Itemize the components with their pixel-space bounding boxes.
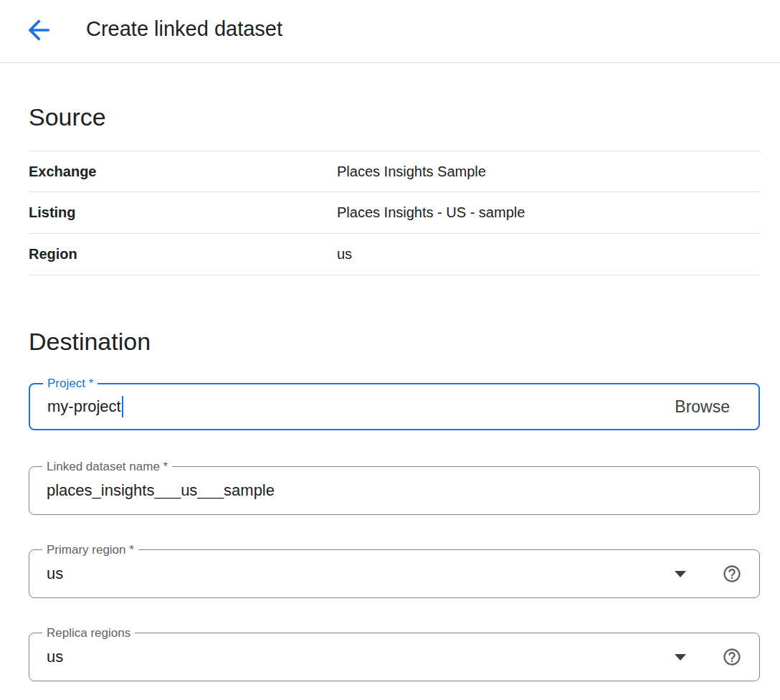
- replica-regions-field[interactable]: Replica regions us: [29, 633, 760, 681]
- exchange-label: Exchange: [29, 164, 337, 180]
- table-row-region: Region us: [29, 234, 760, 275]
- help-outline-icon[interactable]: [722, 564, 742, 584]
- text-cursor: [122, 396, 123, 417]
- source-heading: Source: [29, 105, 760, 129]
- primary-region-label: Primary region *: [42, 544, 138, 557]
- replica-regions-label: Replica regions: [42, 627, 135, 640]
- project-field-label: Project *: [43, 377, 98, 390]
- listing-value: Places Insights - US - sample: [337, 204, 525, 221]
- linked-dataset-name-label: Linked dataset name *: [42, 460, 172, 473]
- primary-region-field[interactable]: Primary region * us: [29, 549, 760, 598]
- region-value: us: [337, 246, 352, 262]
- arrow-drop-down-icon[interactable]: [675, 654, 686, 661]
- browse-button[interactable]: Browse: [675, 397, 730, 417]
- source-table: Exchange Places Insights Sample Listing …: [29, 151, 760, 275]
- table-row-listing: Listing Places Insights - US - sample: [29, 192, 760, 234]
- arrow-back-icon: [23, 14, 54, 48]
- linked-dataset-name-field[interactable]: Linked dataset name * places_insights___…: [29, 466, 760, 515]
- page-title: Create linked dataset: [86, 17, 282, 41]
- page-header: Create linked dataset: [0, 0, 780, 63]
- help-outline-icon[interactable]: [722, 647, 742, 667]
- project-input-value[interactable]: my-project: [47, 397, 121, 416]
- project-field[interactable]: Project * my-project Browse: [29, 383, 760, 430]
- exchange-value: Places Insights Sample: [337, 164, 486, 180]
- back-button[interactable]: [22, 14, 56, 49]
- main-content: Source Exchange Places Insights Sample L…: [0, 105, 760, 681]
- replica-regions-value[interactable]: us: [47, 648, 63, 666]
- table-row-exchange: Exchange Places Insights Sample: [29, 151, 760, 192]
- listing-label: Listing: [29, 204, 337, 221]
- linked-dataset-name-value[interactable]: places_insights___us___sample: [47, 481, 275, 500]
- arrow-drop-down-icon[interactable]: [675, 571, 686, 577]
- region-label: Region: [29, 246, 337, 262]
- destination-heading: Destination: [29, 329, 760, 354]
- primary-region-value[interactable]: us: [47, 564, 63, 583]
